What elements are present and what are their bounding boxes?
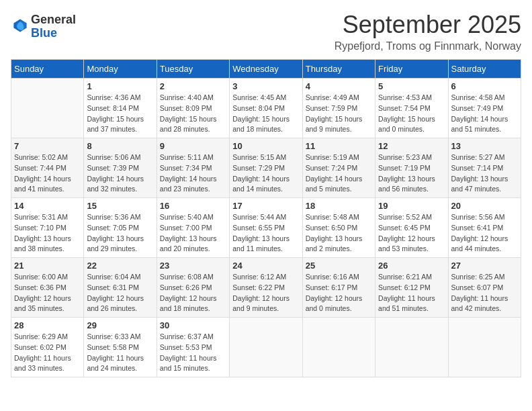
day-info: Sunrise: 5:23 AMSunset: 7:19 PMDaylight:…: [378, 152, 445, 195]
logo-general: General: [31, 13, 76, 26]
weekday-header-tuesday: Tuesday: [157, 60, 229, 79]
day-info: Sunrise: 5:36 AMSunset: 7:05 PMDaylight:…: [87, 212, 153, 255]
calendar-cell: 30Sunrise: 6:37 AMSunset: 5:53 PMDayligh…: [157, 318, 229, 377]
day-info: Sunrise: 6:12 AMSunset: 6:22 PMDaylight:…: [232, 272, 299, 314]
logo-blue: Blue: [31, 26, 57, 40]
day-info: Sunrise: 5:06 AMSunset: 7:39 PMDaylight:…: [87, 152, 153, 195]
calendar-cell: 24Sunrise: 6:12 AMSunset: 6:22 PMDayligh…: [230, 258, 302, 318]
calendar-table: SundayMondayTuesdayWednesdayThursdayFrid…: [11, 59, 521, 377]
calendar-cell: 3Sunrise: 4:45 AMSunset: 8:04 PMDaylight…: [230, 79, 302, 138]
day-info: Sunrise: 6:33 AMSunset: 5:58 PMDaylight:…: [87, 332, 153, 374]
day-number: 12: [378, 141, 445, 151]
month-title: September 2025: [335, 11, 521, 39]
calendar-body: 1Sunrise: 4:36 AMSunset: 8:14 PMDaylight…: [11, 79, 521, 377]
calendar-header-row: SundayMondayTuesdayWednesdayThursdayFrid…: [11, 60, 521, 79]
calendar-cell: 13Sunrise: 5:27 AMSunset: 7:14 PMDayligh…: [448, 138, 521, 198]
calendar-cell: 5Sunrise: 4:53 AMSunset: 7:54 PMDaylight…: [375, 79, 448, 138]
calendar-cell: 12Sunrise: 5:23 AMSunset: 7:19 PMDayligh…: [375, 138, 448, 198]
calendar-cell: 21Sunrise: 6:00 AMSunset: 6:36 PMDayligh…: [11, 258, 84, 318]
calendar-cell: 22Sunrise: 6:04 AMSunset: 6:31 PMDayligh…: [84, 258, 157, 318]
day-info: Sunrise: 5:02 AMSunset: 7:44 PMDaylight:…: [14, 152, 81, 195]
calendar-cell: 17Sunrise: 5:44 AMSunset: 6:55 PMDayligh…: [230, 198, 302, 258]
weekday-header-thursday: Thursday: [302, 60, 375, 79]
calendar-cell: 2Sunrise: 4:40 AMSunset: 8:09 PMDaylight…: [157, 79, 229, 138]
calendar-cell: 29Sunrise: 6:33 AMSunset: 5:58 PMDayligh…: [84, 318, 157, 377]
day-number: 15: [87, 201, 153, 211]
day-info: Sunrise: 4:45 AMSunset: 8:04 PMDaylight:…: [232, 93, 299, 135]
day-number: 3: [232, 81, 299, 91]
day-number: 5: [378, 81, 445, 91]
day-number: 2: [160, 81, 226, 91]
calendar-cell: 26Sunrise: 6:21 AMSunset: 6:12 PMDayligh…: [375, 258, 448, 318]
logo: General Blue: [11, 13, 76, 40]
day-info: Sunrise: 5:48 AMSunset: 6:50 PMDaylight:…: [306, 212, 372, 255]
day-info: Sunrise: 5:15 AMSunset: 7:29 PMDaylight:…: [232, 152, 299, 195]
day-info: Sunrise: 6:08 AMSunset: 6:26 PMDaylight:…: [160, 272, 226, 314]
day-number: 24: [232, 261, 299, 271]
day-number: 8: [87, 141, 153, 151]
day-info: Sunrise: 5:44 AMSunset: 6:55 PMDaylight:…: [232, 212, 299, 255]
calendar-cell: 15Sunrise: 5:36 AMSunset: 7:05 PMDayligh…: [84, 198, 157, 258]
day-info: Sunrise: 6:29 AMSunset: 6:02 PMDaylight:…: [14, 332, 81, 374]
calendar-cell: 11Sunrise: 5:19 AMSunset: 7:24 PMDayligh…: [302, 138, 375, 198]
calendar-cell: 14Sunrise: 5:31 AMSunset: 7:10 PMDayligh…: [11, 198, 84, 258]
day-number: 10: [232, 141, 299, 151]
calendar-cell: 20Sunrise: 5:56 AMSunset: 6:41 PMDayligh…: [448, 198, 521, 258]
day-number: 20: [451, 201, 518, 211]
day-number: 7: [14, 141, 81, 151]
calendar-cell: 16Sunrise: 5:40 AMSunset: 7:00 PMDayligh…: [157, 198, 229, 258]
day-info: Sunrise: 6:25 AMSunset: 6:07 PMDaylight:…: [451, 272, 518, 314]
calendar-week-row: 21Sunrise: 6:00 AMSunset: 6:36 PMDayligh…: [11, 258, 521, 318]
page-header: General Blue September 2025 Rypefjord, T…: [11, 11, 521, 52]
day-info: Sunrise: 5:27 AMSunset: 7:14 PMDaylight:…: [451, 152, 518, 195]
day-number: 27: [451, 261, 518, 271]
weekday-header-sunday: Sunday: [11, 60, 84, 79]
day-number: 18: [306, 201, 372, 211]
calendar-week-row: 14Sunrise: 5:31 AMSunset: 7:10 PMDayligh…: [11, 198, 521, 258]
day-number: 4: [306, 81, 372, 91]
day-info: Sunrise: 6:21 AMSunset: 6:12 PMDaylight:…: [378, 272, 445, 314]
day-number: 19: [378, 201, 445, 211]
day-number: 23: [160, 261, 226, 271]
calendar-cell: [11, 79, 84, 138]
day-info: Sunrise: 4:40 AMSunset: 8:09 PMDaylight:…: [160, 93, 226, 135]
calendar-cell: 8Sunrise: 5:06 AMSunset: 7:39 PMDaylight…: [84, 138, 157, 198]
day-info: Sunrise: 6:37 AMSunset: 5:53 PMDaylight:…: [160, 332, 226, 374]
calendar-cell: 9Sunrise: 5:11 AMSunset: 7:34 PMDaylight…: [157, 138, 229, 198]
day-info: Sunrise: 5:56 AMSunset: 6:41 PMDaylight:…: [451, 212, 518, 255]
calendar-cell: 10Sunrise: 5:15 AMSunset: 7:29 PMDayligh…: [230, 138, 302, 198]
day-info: Sunrise: 6:00 AMSunset: 6:36 PMDaylight:…: [14, 272, 81, 314]
day-number: 29: [87, 320, 153, 330]
day-info: Sunrise: 5:52 AMSunset: 6:45 PMDaylight:…: [378, 212, 445, 255]
calendar-week-row: 7Sunrise: 5:02 AMSunset: 7:44 PMDaylight…: [11, 138, 521, 198]
calendar-cell: [448, 318, 521, 377]
day-info: Sunrise: 6:16 AMSunset: 6:17 PMDaylight:…: [306, 272, 372, 314]
day-number: 1: [87, 81, 153, 91]
day-info: Sunrise: 4:53 AMSunset: 7:54 PMDaylight:…: [378, 93, 445, 135]
day-info: Sunrise: 5:11 AMSunset: 7:34 PMDaylight:…: [160, 152, 226, 195]
calendar-cell: 25Sunrise: 6:16 AMSunset: 6:17 PMDayligh…: [302, 258, 375, 318]
day-info: Sunrise: 5:40 AMSunset: 7:00 PMDaylight:…: [160, 212, 226, 255]
location-title: Rypefjord, Troms og Finnmark, Norway: [335, 40, 521, 52]
weekday-header-wednesday: Wednesday: [230, 60, 302, 79]
day-number: 22: [87, 261, 153, 271]
calendar-week-row: 28Sunrise: 6:29 AMSunset: 6:02 PMDayligh…: [11, 318, 521, 377]
day-number: 26: [378, 261, 445, 271]
calendar-cell: 6Sunrise: 4:58 AMSunset: 7:49 PMDaylight…: [448, 79, 521, 138]
day-number: 25: [306, 261, 372, 271]
calendar-cell: [230, 318, 302, 377]
day-info: Sunrise: 4:49 AMSunset: 7:59 PMDaylight:…: [306, 93, 372, 135]
day-info: Sunrise: 4:58 AMSunset: 7:49 PMDaylight:…: [451, 93, 518, 135]
calendar-cell: [302, 318, 375, 377]
day-info: Sunrise: 5:19 AMSunset: 7:24 PMDaylight:…: [306, 152, 372, 195]
day-number: 21: [14, 261, 81, 271]
weekday-header-monday: Monday: [84, 60, 157, 79]
calendar-cell: 7Sunrise: 5:02 AMSunset: 7:44 PMDaylight…: [11, 138, 84, 198]
day-info: Sunrise: 5:31 AMSunset: 7:10 PMDaylight:…: [14, 212, 81, 255]
day-number: 14: [14, 201, 81, 211]
day-number: 13: [451, 141, 518, 151]
day-number: 6: [451, 81, 518, 91]
day-number: 9: [160, 141, 226, 151]
day-info: Sunrise: 6:04 AMSunset: 6:31 PMDaylight:…: [87, 272, 153, 314]
weekday-header-friday: Friday: [375, 60, 448, 79]
